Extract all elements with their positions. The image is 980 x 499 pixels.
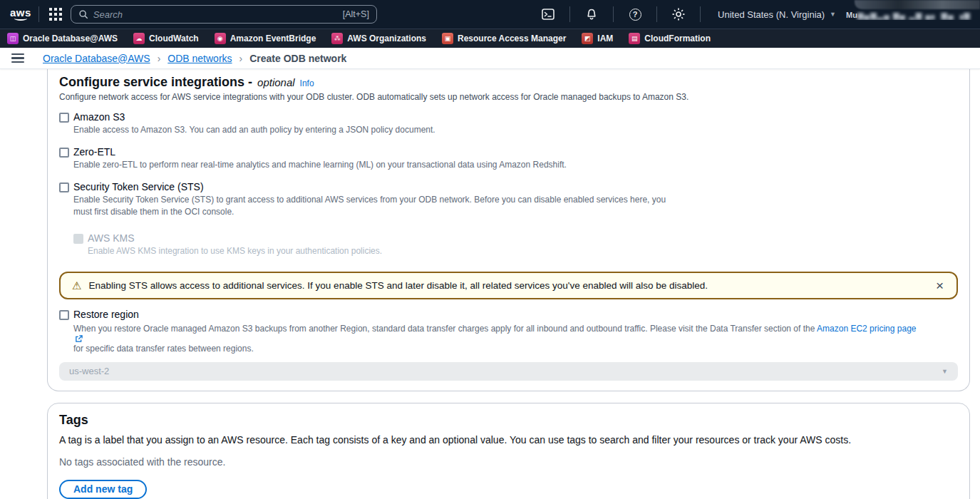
favorite-label: CloudFormation: [644, 34, 711, 43]
option-amazon-s3: Amazon S3 Enable access to Amazon S3. Yo…: [59, 111, 958, 135]
resource-access-manager-icon: ▣: [442, 33, 453, 44]
favorite-label: CloudWatch: [149, 34, 199, 43]
favorite-label: AWS Organizations: [347, 34, 426, 43]
option-restore-region: Restore region When you restore Oracle m…: [59, 309, 958, 381]
gear-icon: [672, 8, 685, 21]
service-integrations-section: Configure service integrations - optiona…: [47, 69, 970, 391]
top-nav-right: ? United States (N. Virginia) ▼: [534, 0, 980, 29]
favorite-label: Amazon EventBridge: [230, 34, 316, 43]
help-button[interactable]: ?: [621, 0, 649, 29]
aws-kms-label: AWS KMS: [88, 232, 135, 244]
favorite-label: Resource Access Manager: [458, 34, 566, 43]
restore-region-select-value: us-west-2: [69, 366, 109, 376]
question-mark-icon: ?: [629, 9, 641, 21]
account-redacted-banner: [855, 0, 980, 9]
favorite-label: IAM: [597, 34, 613, 43]
option-aws-kms: AWS KMS Enable AWS KMS integration to us…: [73, 232, 958, 257]
section-title-text: Configure service integrations -: [59, 75, 252, 90]
main-content: Configure service integrations - optiona…: [0, 69, 980, 499]
amazon-s3-label[interactable]: Amazon S3: [73, 111, 125, 123]
region-label: United States (N. Virginia): [718, 9, 825, 20]
zero-etl-description: Enable zero-ETL to perform near real-tim…: [73, 159, 686, 170]
sts-description: Enable Security Token Service (STS) to g…: [73, 194, 686, 217]
bell-icon: [586, 9, 597, 21]
warning-text: Enabling STS allows access to additional…: [88, 280, 708, 291]
breadcrumb-current: Create ODB network: [249, 53, 346, 64]
iam-icon: ◩: [582, 33, 593, 44]
aws-kms-description: Enable AWS KMS integration to use KMS ke…: [88, 245, 701, 257]
breadcrumb-separator-icon: ›: [239, 53, 243, 64]
services-menu-button[interactable]: [46, 5, 65, 24]
warning-icon: ⚠: [72, 280, 81, 291]
aws-logo[interactable]: aws: [10, 8, 31, 21]
option-sts: Security Token Service (STS) Enable Secu…: [59, 181, 958, 217]
account-name-redacted: Mu▆▄▆▂▄ ▆▄ ▂▆ ▄▖ ▆▄ ▗▆: [846, 11, 979, 20]
eventbridge-icon: ◉: [215, 33, 226, 44]
favorite-organizations[interactable]: ⁂ AWS Organizations: [331, 33, 426, 44]
restore-desc-before: When you restore Oracle managed Amazon S…: [73, 324, 817, 334]
favorites-bar: ◫ Oracle Database@AWS ☁ CloudWatch ◉ Ama…: [0, 29, 980, 48]
tags-empty-state: No tags associated with the resource.: [59, 456, 958, 468]
sts-label[interactable]: Security Token Service (STS): [73, 181, 204, 192]
favorite-eventbridge[interactable]: ◉ Amazon EventBridge: [215, 33, 316, 44]
organizations-icon: ⁂: [331, 33, 343, 44]
restore-region-description: When you restore Oracle managed Amazon S…: [73, 323, 958, 355]
search-shortcut-hint: [Alt+S]: [343, 9, 369, 19]
favorite-resource-access-manager[interactable]: ▣ Resource Access Manager: [442, 33, 566, 44]
sts-warning-alert: ⚠ Enabling STS allows access to addition…: [59, 272, 958, 299]
region-selector[interactable]: United States (N. Virginia) ▼: [708, 0, 846, 29]
chevron-down-icon: ▼: [830, 11, 836, 18]
info-link[interactable]: Info: [300, 78, 314, 88]
restore-region-label[interactable]: Restore region: [73, 309, 139, 320]
divider: [656, 6, 657, 22]
side-nav-toggle[interactable]: [11, 53, 24, 63]
restore-region-select: us-west-2 ▼: [59, 362, 958, 381]
favorite-cloudformation[interactable]: ▤ CloudFormation: [629, 33, 711, 44]
breadcrumb: Oracle Database@AWS › ODB networks › Cre…: [43, 53, 346, 64]
account-menu[interactable]: Mu▆▄▆▂▄ ▆▄ ▂▆ ▄▖ ▆▄ ▗▆: [846, 0, 980, 29]
notifications-button[interactable]: [577, 0, 606, 29]
restore-desc-after: for specific data transfer rates between…: [73, 344, 254, 354]
oracle-database-icon: ◫: [7, 33, 19, 44]
breadcrumb-link-odb-networks[interactable]: ODB networks: [167, 53, 232, 64]
breadcrumb-bar: Oracle Database@AWS › ODB networks › Cre…: [0, 48, 980, 69]
divider: [613, 6, 614, 22]
search-icon: [78, 9, 88, 19]
divider: [38, 6, 39, 22]
divider: [700, 6, 701, 22]
zero-etl-checkbox[interactable]: [59, 148, 69, 158]
favorite-label: Oracle Database@AWS: [23, 34, 118, 43]
breadcrumb-link-oracle-database-aws[interactable]: Oracle Database@AWS: [43, 53, 150, 64]
sts-checkbox[interactable]: [59, 182, 69, 192]
section-title-optional: optional: [257, 76, 295, 88]
aws-kms-checkbox: [73, 234, 83, 244]
divider: [569, 6, 570, 22]
cloudshell-button[interactable]: [534, 0, 562, 29]
option-zero-etl: Zero-ETL Enable zero-ETL to perform near…: [59, 146, 958, 170]
section-title: Configure service integrations - optiona…: [59, 75, 958, 90]
tags-description: A tag is a label that you assign to an A…: [59, 434, 958, 446]
amazon-s3-description: Enable access to Amazon S3. You can add …: [73, 124, 686, 135]
zero-etl-label[interactable]: Zero-ETL: [73, 146, 115, 158]
search-input[interactable]: [93, 9, 338, 20]
favorite-cloudwatch[interactable]: ☁ CloudWatch: [133, 33, 199, 44]
aws-logo-smile: [14, 16, 27, 21]
top-navigation-bar: aws [Alt+S]: [0, 0, 980, 29]
external-link-icon: [75, 335, 83, 343]
amazon-s3-checkbox[interactable]: [59, 113, 69, 123]
favorite-iam[interactable]: ◩ IAM: [582, 33, 613, 44]
cloudformation-icon: ▤: [629, 33, 640, 44]
redaction-scribble: ▆▄▆▂▄ ▆▄ ▂▆ ▄▖ ▆▄ ▗▆: [857, 11, 971, 19]
apps-grid-icon: [49, 8, 62, 21]
close-icon[interactable]: ×: [934, 279, 945, 292]
chevron-down-icon: ▼: [942, 368, 948, 375]
global-search[interactable]: [Alt+S]: [71, 5, 377, 24]
cloudshell-terminal-icon: [542, 9, 555, 20]
restore-region-checkbox[interactable]: [59, 310, 69, 320]
favorite-oracle-database-aws[interactable]: ◫ Oracle Database@AWS: [7, 33, 118, 44]
settings-button[interactable]: [664, 0, 693, 29]
tags-title: Tags: [59, 413, 958, 428]
cloudwatch-icon: ☁: [133, 33, 145, 44]
add-new-tag-button[interactable]: Add new tag: [59, 480, 147, 499]
account-name-fragment: Mu: [846, 11, 857, 19]
